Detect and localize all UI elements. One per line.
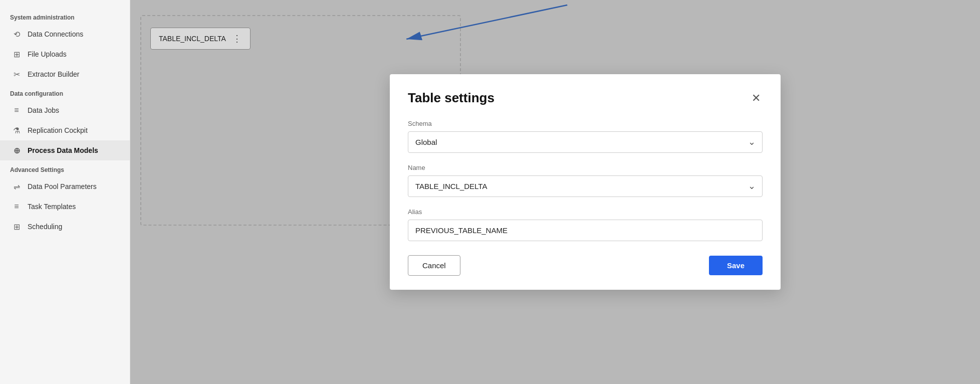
- modal-title: Table settings: [408, 90, 495, 106]
- sidebar-label-data-jobs: Data Jobs: [28, 106, 59, 114]
- process-data-models-icon: ⊕: [12, 145, 22, 155]
- data-connections-icon: ⟲: [12, 29, 22, 39]
- data-jobs-icon: ≡: [12, 105, 22, 115]
- schema-select[interactable]: GlobalPublicPrivate: [408, 131, 763, 153]
- sidebar-label-task-templates: Task Templates: [28, 203, 76, 211]
- sidebar-section-advanced-settings: Advanced Settings: [0, 160, 130, 176]
- name-select-wrapper: TABLE_INCL_DELTA: [408, 175, 763, 197]
- sidebar-section-system-administration: System administration: [0, 8, 130, 24]
- alias-field: Alias: [408, 208, 763, 241]
- sidebar-label-process-data-models: Process Data Models: [28, 146, 98, 154]
- sidebar-label-replication-cockpit: Replication Cockpit: [28, 126, 88, 134]
- modal-header: Table settings ✕: [408, 90, 763, 106]
- alias-input[interactable]: [408, 220, 763, 241]
- sidebar-item-data-connections[interactable]: ⟲Data Connections: [0, 24, 130, 44]
- main-canvas: TABLE_INCL_DELTA ⋮ Table settings: [130, 0, 980, 384]
- file-uploads-icon: ⊞: [12, 49, 22, 59]
- sidebar-item-data-jobs[interactable]: ≡Data Jobs: [0, 100, 130, 120]
- cancel-button[interactable]: Cancel: [408, 255, 460, 276]
- sidebar-label-data-pool-parameters: Data Pool Parameters: [28, 182, 97, 190]
- alias-label: Alias: [408, 208, 763, 216]
- sidebar-label-file-uploads: File Uploads: [28, 50, 67, 58]
- schema-label: Schema: [408, 120, 763, 127]
- sidebar-item-replication-cockpit[interactable]: ⚗Replication Cockpit: [0, 120, 130, 140]
- schema-select-wrapper: GlobalPublicPrivate: [408, 131, 763, 153]
- sidebar-label-scheduling: Scheduling: [28, 223, 62, 231]
- data-pool-parameters-icon: ⇌: [12, 181, 22, 191]
- sidebar: System administration⟲Data Connections⊞F…: [0, 0, 130, 384]
- sidebar-item-extractor-builder[interactable]: ✂Extractor Builder: [0, 64, 130, 84]
- modal-overlay: Table settings ✕ Schema GlobalPublicPriv…: [130, 0, 980, 384]
- sidebar-item-task-templates[interactable]: ≡Task Templates: [0, 197, 130, 217]
- modal-close-button[interactable]: ✕: [750, 91, 763, 106]
- task-templates-icon: ≡: [12, 202, 22, 212]
- schema-field: Schema GlobalPublicPrivate: [408, 120, 763, 153]
- name-field: Name TABLE_INCL_DELTA: [408, 164, 763, 197]
- extractor-builder-icon: ✂: [12, 69, 22, 79]
- sidebar-item-scheduling[interactable]: ⊞Scheduling: [0, 217, 130, 237]
- modal-footer: Cancel Save: [408, 255, 763, 276]
- replication-cockpit-icon: ⚗: [12, 125, 22, 135]
- sidebar-item-file-uploads[interactable]: ⊞File Uploads: [0, 44, 130, 64]
- scheduling-icon: ⊞: [12, 222, 22, 232]
- sidebar-item-data-pool-parameters[interactable]: ⇌Data Pool Parameters: [0, 176, 130, 197]
- sidebar-section-data-configuration: Data configuration: [0, 84, 130, 100]
- table-settings-modal: Table settings ✕ Schema GlobalPublicPriv…: [390, 74, 781, 290]
- save-button[interactable]: Save: [709, 256, 763, 275]
- sidebar-label-data-connections: Data Connections: [28, 30, 83, 38]
- sidebar-label-extractor-builder: Extractor Builder: [28, 70, 79, 78]
- sidebar-item-process-data-models[interactable]: ⊕Process Data Models: [0, 140, 130, 160]
- name-select[interactable]: TABLE_INCL_DELTA: [408, 175, 763, 197]
- name-label: Name: [408, 164, 763, 171]
